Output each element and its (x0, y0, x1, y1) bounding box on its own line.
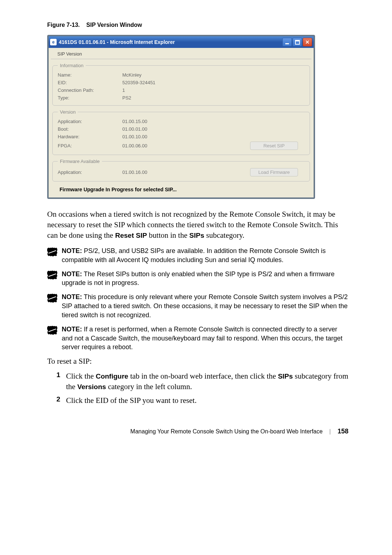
name-label: Name: (58, 72, 122, 78)
note-text: The Reset SIPs button is only enabled wh… (62, 270, 335, 287)
titlebar: e 4161DS 01.01.06.01 - Microsoft Interne… (49, 36, 314, 48)
note-label: NOTE: (62, 270, 82, 278)
application-value: 01.00.15.00 (122, 119, 305, 124)
note-icon (47, 247, 57, 257)
to-reset-heading: To reset a SIP: (47, 357, 348, 366)
firmware-available-group: Firmware Available Application: 01.00.16… (52, 159, 310, 181)
step-number: 2 (47, 395, 66, 403)
minimize-button[interactable] (282, 38, 292, 46)
figure-label: Figure 7-13. (47, 22, 80, 28)
note-label: NOTE: (62, 247, 82, 254)
fpga-label: FPGA: (58, 143, 122, 148)
connection-path-value: 1 (122, 87, 305, 93)
note-text: This procedure is only relevant where yo… (62, 293, 348, 319)
application-label: Application: (58, 119, 122, 124)
figure-title: SIP Version Window (86, 22, 142, 28)
note-text: If a reset is performed, when a Remote C… (62, 326, 342, 351)
status-message: Firmware Upgrade In Progress for selecte… (60, 187, 311, 192)
hardware-value: 01.00.10.00 (122, 134, 305, 139)
version-group: Version Application: 01.00.15.00 Boot: 0… (52, 109, 310, 155)
information-group: Information Name: McKinley EID: 520359-3… (52, 63, 310, 106)
figure-caption: Figure 7-13.SIP Version Window (47, 22, 348, 28)
step-number: 1 (47, 371, 66, 379)
step-1: 1 Click the Configure tab in the on-boar… (47, 371, 348, 392)
fw-application-label: Application: (58, 170, 122, 175)
note-icon (47, 270, 57, 280)
eid-label: EID: (58, 80, 122, 85)
footer-text: Managing Your Remote Console Switch Usin… (130, 428, 323, 434)
note-1: NOTE: PS/2, USB, and USB2 SIPs are avail… (47, 246, 348, 265)
type-value: PS2 (122, 95, 305, 101)
note-text: PS/2, USB, and USB2 SIPs are available. … (62, 247, 326, 264)
page-number: 158 (338, 428, 348, 435)
firmware-available-legend: Firmware Available (58, 159, 102, 164)
sip-version-window: e 4161DS 01.01.06.01 - Microsoft Interne… (47, 35, 315, 199)
eid-value: 520359-324451 (122, 80, 305, 85)
fw-application-value: 01.00.16.00 (122, 170, 250, 175)
type-label: Type: (58, 95, 122, 101)
note-icon (47, 326, 57, 335)
note-label: NOTE: (62, 326, 82, 333)
note-label: NOTE: (62, 293, 82, 301)
tab-header: SIP Version (51, 50, 311, 59)
version-legend: Version (58, 109, 78, 115)
hardware-label: Hardware: (58, 134, 122, 139)
close-button[interactable]: ✕ (303, 38, 312, 46)
window-title: 4161DS 01.01.06.01 - Microsoft Internet … (59, 39, 282, 45)
note-3: NOTE: This procedure is only relevant wh… (47, 293, 348, 319)
maximize-button[interactable] (293, 38, 302, 46)
reset-sip-button[interactable]: Reset SIP (250, 142, 298, 150)
note-4: NOTE: If a reset is performed, when a Re… (47, 325, 348, 352)
information-legend: Information (58, 63, 86, 68)
name-value: McKinley (122, 72, 305, 78)
boot-value: 01.00.01.00 (122, 126, 305, 132)
fpga-value: 01.00.06.00 (122, 143, 250, 148)
ie-icon: e (50, 39, 57, 45)
load-firmware-button[interactable]: Load Firmware (250, 168, 298, 176)
note-2: NOTE: The Reset SIPs button is only enab… (47, 270, 348, 288)
connection-path-label: Connection Path: (58, 87, 122, 93)
boot-label: Boot: (58, 126, 122, 132)
paragraph-1: On occasions when a tiered switch is not… (47, 209, 348, 241)
note-icon (47, 293, 57, 303)
page-footer: Managing Your Remote Console Switch Usin… (47, 428, 348, 435)
step-2: 2 Click the EID of the SIP you want to r… (47, 395, 348, 406)
